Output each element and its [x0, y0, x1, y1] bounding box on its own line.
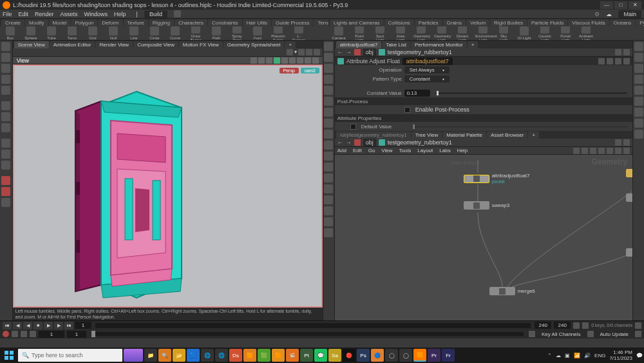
volume-icon[interactable]: 🔊 — [584, 353, 591, 358]
task-app[interactable]: Fr — [442, 349, 455, 362]
menu-file[interactable]: File — [3, 11, 12, 17]
display-opt-icon[interactable] — [324, 64, 333, 73]
net-tool-icon[interactable] — [607, 148, 613, 154]
net-display-icon[interactable] — [634, 97, 643, 106]
shelf-tool[interactable]: GI Light — [516, 26, 532, 40]
shelf-tool[interactable]: Platonic Solids — [270, 26, 286, 41]
shelf-tab[interactable]: Deform — [98, 19, 122, 26]
menu-edit[interactable]: Edit — [19, 11, 29, 17]
task-app[interactable]: 🔍 — [158, 349, 171, 362]
inspect-tool-icon[interactable] — [1, 161, 10, 170]
shelf-tab[interactable]: Lights and Cameras — [330, 19, 384, 26]
view-opt-icon[interactable] — [312, 57, 319, 64]
net-menu-labs[interactable]: Labs — [439, 148, 450, 153]
shelf-tab[interactable]: Guide Process — [272, 19, 313, 26]
stop-button[interactable]: ■ — [33, 322, 43, 329]
play-button[interactable]: ▶ — [44, 322, 53, 329]
display-opt-icon[interactable] — [324, 228, 333, 237]
filter-icon[interactable] — [607, 58, 613, 64]
timeline-track[interactable] — [95, 323, 531, 328]
expand-icon[interactable] — [623, 139, 630, 146]
display-opt-icon[interactable] — [324, 119, 333, 128]
shelf-tool[interactable]: Spot Light — [372, 26, 388, 41]
net-display-icon[interactable] — [634, 119, 643, 128]
net-tool-icon[interactable] — [590, 148, 596, 154]
tab-take-list[interactable]: Take List — [382, 41, 410, 48]
task-app[interactable]: 🟩 — [258, 349, 270, 362]
shelf-tool[interactable]: Draw Bezier — [188, 26, 204, 41]
handle-tool-icon[interactable] — [1, 112, 10, 121]
task-app[interactable]: 🟧 — [272, 349, 285, 362]
back-icon[interactable]: ← — [337, 49, 343, 55]
fwd-icon[interactable]: → — [346, 49, 352, 55]
scope-selector[interactable]: Key All Channels — [538, 331, 584, 338]
maximize-icon[interactable] — [314, 49, 320, 55]
display-opt-icon[interactable] — [324, 141, 333, 150]
audio-icon[interactable] — [21, 331, 27, 337]
home-icon[interactable] — [354, 139, 361, 146]
view-opt-icon[interactable] — [258, 57, 265, 64]
cloud-icon[interactable]: ☁ — [606, 11, 612, 17]
net-display-icon[interactable] — [634, 130, 643, 139]
shelf-tab[interactable]: Model — [49, 19, 71, 26]
shelf-tool[interactable]: Torus — [64, 26, 80, 40]
task-app[interactable]: Ps — [357, 349, 370, 362]
operation-select[interactable]: Set Always — [404, 66, 450, 74]
current-frame-input2[interactable]: 1 — [67, 331, 86, 338]
shelf-tool[interactable]: Path — [209, 26, 224, 40]
net-display-icon[interactable] — [634, 86, 643, 95]
misc-tool-icon[interactable] — [1, 198, 10, 207]
record-tool-icon[interactable] — [1, 187, 10, 196]
layout-icon[interactable] — [298, 49, 305, 55]
task-app[interactable]: 🔴 — [343, 349, 355, 362]
shelf-tab[interactable]: Modify — [25, 19, 48, 26]
shelf-tab[interactable]: Oceans — [610, 19, 636, 26]
help-icon[interactable] — [615, 58, 621, 64]
task-app[interactable]: 🌐 — [215, 349, 228, 362]
move-tool-icon[interactable] — [1, 53, 10, 62]
shelf-tool[interactable]: Caustic Light — [537, 26, 553, 41]
path-segment[interactable]: testgeometry_rubbertoy1 — [388, 49, 452, 55]
shelf-tab[interactable]: Viscous Fluids — [568, 19, 609, 26]
add-tab-button[interactable]: + — [528, 132, 539, 139]
task-app[interactable]: ◯ — [399, 349, 412, 362]
shelf-tool[interactable]: Circle — [147, 26, 162, 40]
shelf-tool[interactable]: Spray Paint — [229, 26, 245, 41]
tab-animation-editor[interactable]: Animation Editor — [50, 41, 95, 48]
shelf-tab[interactable]: Create — [1, 19, 24, 26]
shelf-tab[interactable]: Pyro FX — [636, 19, 644, 26]
range-end-input[interactable]: 240 — [554, 322, 571, 329]
start-button[interactable] — [1, 348, 17, 362]
display-opt-icon[interactable] — [324, 217, 333, 226]
path-segment[interactable]: obj — [363, 139, 376, 146]
3d-viewport[interactable]: Persp cam2 — [13, 64, 323, 308]
shelf-tool[interactable]: Portal Light — [558, 26, 573, 41]
shelf-tool[interactable]: Area Light — [393, 26, 408, 41]
shelf-tab[interactable]: Vellum — [466, 19, 489, 26]
key-icon[interactable] — [635, 322, 641, 329]
node-sweep3[interactable]: sweep3 — [464, 201, 510, 210]
start-frame-input[interactable]: 1 — [75, 322, 91, 329]
pose-tool-icon[interactable] — [1, 86, 10, 95]
default-value-checkbox[interactable] — [350, 124, 356, 130]
snap-tool-icon[interactable] — [1, 101, 10, 110]
net-menu-view[interactable]: View — [381, 148, 392, 153]
shelf-tab[interactable]: Particle Fluids — [527, 19, 567, 26]
view-opt-icon[interactable] — [274, 57, 280, 64]
pattern-type-select[interactable]: Constant — [404, 75, 450, 83]
tab-performance[interactable]: Performance Monitor — [411, 41, 467, 48]
info-icon[interactable] — [623, 58, 630, 64]
net-display-icon[interactable] — [634, 108, 643, 117]
shelf-tab[interactable]: Particles — [415, 19, 442, 26]
shelf-tab[interactable]: Terrain FX — [314, 19, 328, 26]
select-tool-icon[interactable] — [1, 42, 10, 51]
tab-render-view[interactable]: Render View — [95, 41, 133, 48]
display-opt-icon[interactable] — [324, 162, 333, 172]
shelf-tool[interactable]: Font — [250, 26, 265, 40]
shelf-tab[interactable]: Rigging — [149, 19, 174, 26]
tab-tree-view[interactable]: Tree View — [412, 132, 442, 139]
maximize-button[interactable]: □ — [614, 1, 627, 9]
net-menu-edit[interactable]: Edit — [353, 148, 362, 153]
shelf-tool[interactable]: Point Light — [352, 26, 367, 41]
task-app[interactable]: Ds — [229, 349, 242, 362]
